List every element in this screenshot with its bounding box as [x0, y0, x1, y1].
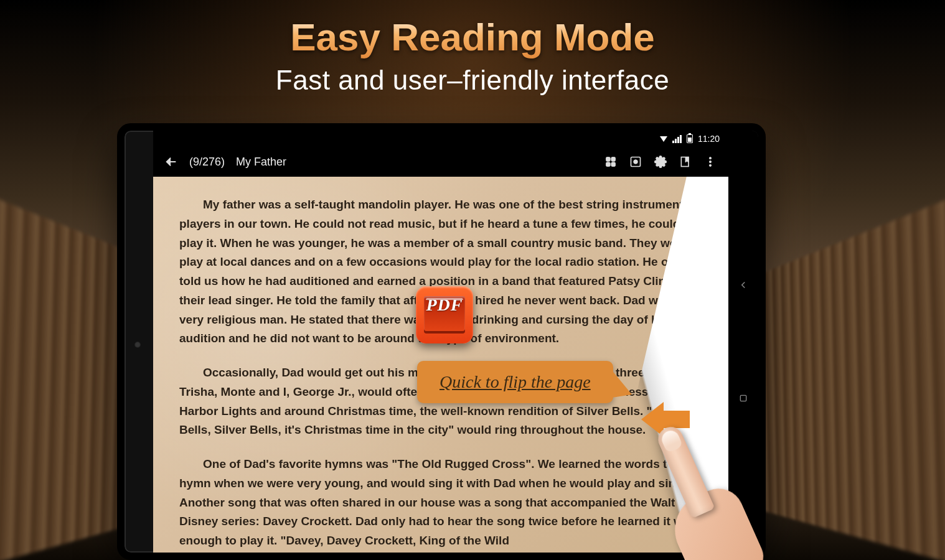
thumbnails-button[interactable] — [604, 155, 618, 169]
svg-rect-4 — [606, 162, 611, 167]
pdf-app-icon: PDF — [416, 286, 473, 343]
battery-icon — [687, 134, 693, 143]
display-settings-button[interactable] — [629, 155, 642, 169]
status-time: 11:20 — [698, 134, 720, 144]
promo-backdrop: Easy Reading Mode Fast and user–friendly… — [0, 0, 945, 560]
device-recents-button[interactable] — [736, 391, 750, 405]
hero-title: Easy Reading Mode — [0, 15, 945, 59]
flip-callout: Quick to flip the page — [417, 361, 613, 403]
overflow-menu-button[interactable] — [703, 155, 717, 169]
reader-toolbar: (9/276) My Father — [153, 147, 728, 177]
status-bar: 11:20 — [153, 131, 728, 147]
svg-rect-5 — [611, 162, 616, 167]
wifi-icon — [660, 136, 667, 142]
pdf-app-icon-label: PDF — [426, 295, 463, 315]
svg-rect-0 — [740, 395, 746, 401]
back-button[interactable] — [164, 155, 178, 169]
page-counter: (9/276) — [189, 156, 225, 169]
bookmark-button[interactable] — [679, 155, 692, 169]
settings-button[interactable] — [654, 155, 667, 169]
svg-point-11 — [709, 161, 711, 162]
svg-rect-2 — [606, 157, 611, 162]
svg-point-7 — [634, 160, 638, 164]
svg-rect-3 — [611, 157, 616, 162]
svg-point-10 — [709, 157, 711, 159]
hero-subtitle: Fast and user–friendly interface — [0, 65, 945, 96]
signal-icon — [672, 135, 682, 143]
svg-point-12 — [709, 164, 711, 166]
device-back-button[interactable] — [736, 278, 750, 292]
document-title: My Father — [236, 156, 286, 169]
